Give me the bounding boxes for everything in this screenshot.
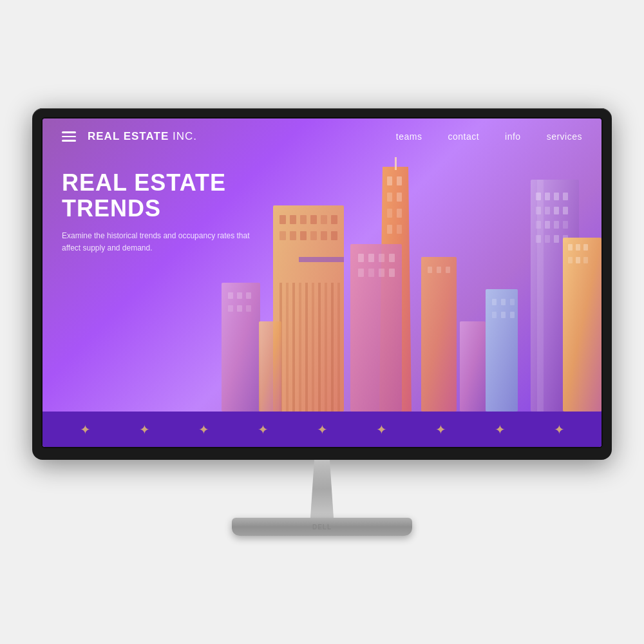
svg-rect-22 xyxy=(568,257,573,263)
svg-rect-82 xyxy=(421,257,457,412)
sparkle-3: ✦ xyxy=(198,422,209,437)
svg-rect-77 xyxy=(501,299,506,305)
nav-left: REAL ESTATE INC. xyxy=(62,130,197,143)
svg-rect-37 xyxy=(290,215,296,224)
nav-item-contact[interactable]: contact xyxy=(448,131,479,142)
svg-rect-44 xyxy=(300,231,307,240)
svg-rect-48 xyxy=(299,257,344,262)
svg-rect-75 xyxy=(486,289,518,412)
sparkle-8: ✦ xyxy=(495,422,506,437)
svg-rect-18 xyxy=(563,238,601,412)
nav-link-services[interactable]: services xyxy=(547,131,582,142)
svg-rect-32 xyxy=(387,225,392,234)
svg-rect-7 xyxy=(545,207,550,214)
monitor-stand-base: DELL xyxy=(232,518,412,536)
svg-rect-30 xyxy=(387,209,392,218)
svg-rect-62 xyxy=(379,254,384,262)
site-nav: REAL ESTATE INC. teams contact info serv… xyxy=(43,118,601,155)
sparkle-2: ✦ xyxy=(139,422,150,437)
svg-rect-9 xyxy=(563,207,568,214)
svg-rect-14 xyxy=(536,235,541,243)
svg-rect-45 xyxy=(310,231,317,240)
svg-rect-31 xyxy=(397,209,402,218)
monitor-stand-neck xyxy=(303,460,341,518)
svg-rect-65 xyxy=(368,269,374,277)
hero-description: Examine the historical trends and occupa… xyxy=(62,230,255,254)
svg-rect-66 xyxy=(379,269,384,277)
svg-rect-68 xyxy=(222,283,260,412)
nav-link-teams[interactable]: teams xyxy=(396,131,422,142)
svg-rect-57 xyxy=(331,283,334,412)
svg-rect-43 xyxy=(290,231,296,240)
svg-rect-27 xyxy=(397,176,402,185)
svg-rect-71 xyxy=(246,292,251,299)
svg-rect-20 xyxy=(576,244,580,251)
logo-thin: INC. xyxy=(169,130,197,142)
svg-rect-12 xyxy=(554,221,559,229)
hero-title-line2: TRENDS xyxy=(62,195,161,222)
svg-rect-2 xyxy=(536,193,541,200)
svg-rect-4 xyxy=(554,193,559,200)
nav-item-info[interactable]: info xyxy=(505,131,521,142)
street-bar: ✦ ✦ ✦ ✦ ✦ ✦ ✦ ✦ ✦ xyxy=(43,412,601,447)
nav-link-info[interactable]: info xyxy=(505,131,521,142)
svg-rect-54 xyxy=(312,283,314,412)
svg-rect-60 xyxy=(358,254,364,262)
svg-rect-76 xyxy=(492,299,497,305)
svg-rect-56 xyxy=(325,283,327,412)
hero-title: REAL ESTATE TRENDS xyxy=(62,170,255,221)
svg-rect-78 xyxy=(510,299,515,305)
nav-links: teams contact info services xyxy=(396,131,582,142)
screen-bezel: REAL ESTATE INC. teams contact info serv… xyxy=(41,117,603,448)
logo-bold: REAL ESTATE xyxy=(88,130,169,142)
svg-rect-29 xyxy=(397,193,402,202)
sparkle-9: ✦ xyxy=(554,422,565,437)
hero-section: REAL ESTATE TRENDS Examine the historica… xyxy=(62,170,255,255)
sparkle-4: ✦ xyxy=(258,422,269,437)
svg-rect-10 xyxy=(536,221,541,229)
svg-rect-24 xyxy=(583,257,588,263)
svg-rect-41 xyxy=(331,215,337,224)
nav-item-teams[interactable]: teams xyxy=(396,131,422,142)
monitor: REAL ESTATE INC. teams contact info serv… xyxy=(32,108,612,536)
svg-rect-67 xyxy=(389,269,395,277)
svg-rect-3 xyxy=(545,193,550,200)
svg-rect-85 xyxy=(446,267,450,273)
sparkle-7: ✦ xyxy=(435,422,446,437)
svg-rect-63 xyxy=(389,254,395,262)
svg-rect-80 xyxy=(501,312,506,318)
svg-rect-26 xyxy=(387,176,392,185)
svg-rect-38 xyxy=(300,215,307,224)
svg-rect-23 xyxy=(576,257,580,263)
svg-rect-55 xyxy=(318,283,321,412)
svg-rect-58 xyxy=(337,283,340,412)
svg-rect-79 xyxy=(492,312,497,318)
hamburger-menu[interactable] xyxy=(62,131,76,142)
hero-title-line1: REAL ESTATE xyxy=(62,169,226,196)
svg-rect-69 xyxy=(228,292,233,299)
svg-rect-39 xyxy=(310,215,317,224)
nav-link-contact[interactable]: contact xyxy=(448,131,479,142)
svg-rect-11 xyxy=(545,221,550,229)
svg-rect-34 xyxy=(395,157,397,170)
svg-rect-16 xyxy=(554,235,559,243)
svg-rect-6 xyxy=(536,207,541,214)
svg-rect-72 xyxy=(228,305,233,312)
svg-rect-28 xyxy=(387,193,392,202)
svg-rect-47 xyxy=(331,231,337,240)
sparkle-6: ✦ xyxy=(376,422,387,437)
svg-rect-5 xyxy=(563,193,568,200)
svg-rect-84 xyxy=(437,267,441,273)
svg-rect-83 xyxy=(428,267,432,273)
svg-rect-19 xyxy=(568,244,573,251)
svg-rect-53 xyxy=(305,283,308,412)
dell-logo: DELL xyxy=(312,524,332,531)
svg-rect-40 xyxy=(321,215,327,224)
svg-rect-15 xyxy=(545,235,550,243)
svg-rect-81 xyxy=(510,312,515,318)
monitor-frame: REAL ESTATE INC. teams contact info serv… xyxy=(32,108,612,460)
svg-rect-46 xyxy=(321,231,327,240)
nav-item-services[interactable]: services xyxy=(547,131,582,142)
sparkle-1: ✦ xyxy=(80,422,91,437)
svg-rect-86 xyxy=(460,321,486,412)
